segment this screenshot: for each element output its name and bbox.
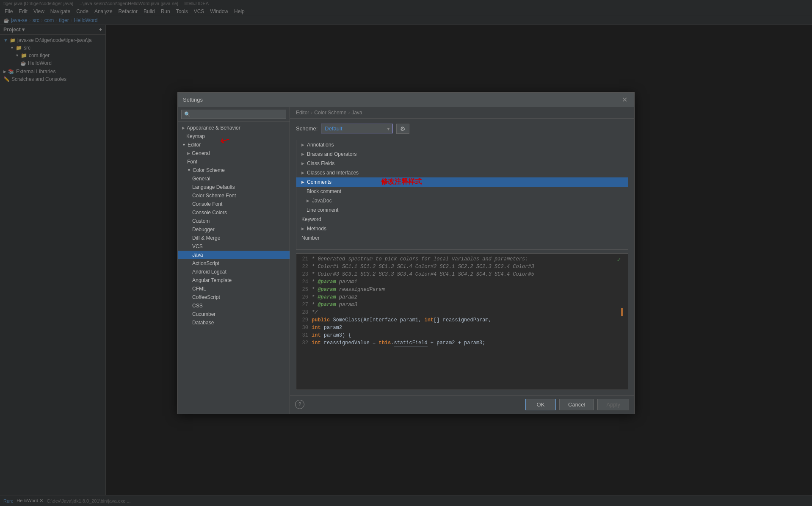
code-preview-panel: ✓ 21 * Generated spectrum to pick colors…: [296, 253, 628, 390]
code-line-24: 24 * @param param1: [296, 278, 628, 286]
ci-annotations[interactable]: ▶ Annotations: [296, 140, 628, 149]
ci-braces[interactable]: ▶ Braces and Operators: [296, 149, 628, 159]
settings-item-angular[interactable]: Angular Template: [178, 276, 290, 285]
javadoc-label: JavaDoc: [312, 198, 332, 204]
lc-25: * @param reassignedParam: [312, 286, 385, 293]
right-breadcrumb: Editor › Color Scheme › Java: [290, 107, 634, 119]
scheme-select[interactable]: Default Darcula High Contrast IntelliJ L…: [321, 124, 393, 133]
settings-item-debugger[interactable]: Debugger: [178, 225, 290, 234]
settings-search-input[interactable]: [181, 110, 286, 119]
classfields-label: Class Fields: [307, 160, 334, 166]
settings-item-colorscheme[interactable]: ▼ Color Scheme: [178, 166, 290, 174]
ok-button[interactable]: OK: [525, 399, 556, 410]
code-line-28: 28 */: [296, 309, 628, 316]
lc-23: * Color#3 SC3.1 SC3.2 SC3.3 SC3.4 Color#…: [312, 271, 534, 278]
ln-23: 23: [296, 271, 312, 278]
settings-search-container: [178, 107, 290, 122]
settings-item-android-logcat[interactable]: Android Logcat: [178, 268, 290, 276]
apply-button[interactable]: Apply: [597, 399, 629, 410]
modal-titlebar: Settings ✕: [178, 93, 634, 107]
code-line-23: 23 * Color#3 SC3.1 SC3.2 SC3.3 SC3.4 Col…: [296, 271, 628, 278]
scheme-row: Scheme: Default Darcula High Contrast In…: [296, 124, 628, 134]
cucumber-label: Cucumber: [192, 311, 215, 317]
settings-item-editor[interactable]: ▼ Editor ↙: [178, 141, 290, 149]
ci-keyword[interactable]: Keyword: [296, 215, 628, 224]
editor-label: Editor: [188, 142, 201, 148]
settings-item-console-font[interactable]: Console Font: [178, 200, 290, 208]
java-label: Java: [192, 252, 203, 258]
settings-item-cs-font[interactable]: Color Scheme Font: [178, 191, 290, 200]
settings-item-vcs[interactable]: VCS: [178, 242, 290, 251]
code-line-32: 32 int reassignedValue = this.staticFiel…: [296, 339, 628, 347]
scheme-select-wrapper: Default Darcula High Contrast IntelliJ L…: [321, 124, 393, 133]
cs-general-label: General: [192, 176, 210, 182]
settings-item-custom[interactable]: Custom: [178, 217, 290, 225]
ci-line-comment[interactable]: Line comment: [296, 205, 628, 215]
modal-footer: ? OK Cancel Apply: [290, 395, 634, 414]
bc-java: Java: [351, 110, 362, 116]
settings-item-lang-defaults[interactable]: Language Defaults: [178, 183, 290, 191]
lc-30: int param2: [312, 324, 342, 332]
settings-item-diff[interactable]: Diff & Merge: [178, 234, 290, 242]
methods-label: Methods: [307, 226, 326, 232]
settings-item-console-colors[interactable]: Console Colors: [178, 208, 290, 217]
braces-label: Braces and Operators: [307, 151, 356, 157]
help-button[interactable]: ?: [295, 400, 304, 409]
scheme-label: Scheme:: [296, 125, 318, 132]
console-font-label: Console Font: [192, 201, 222, 207]
scheme-gear-button[interactable]: ⚙: [396, 124, 409, 134]
modal-body: ▶ Appearance & Behavior Keymap ▼ Editor: [178, 107, 634, 414]
settings-item-font[interactable]: Font: [178, 158, 290, 166]
ln-22: 22: [296, 263, 312, 271]
settings-item-appearance[interactable]: ▶ Appearance & Behavior: [178, 124, 290, 132]
comments-arrow: ▶: [301, 180, 304, 184]
code-line-31: 31 int param3) {: [296, 332, 628, 339]
code-line-30: 30 int param2: [296, 324, 628, 332]
settings-item-java[interactable]: Java: [178, 251, 290, 259]
settings-item-coffeescript[interactable]: CoffeeScript: [178, 293, 290, 301]
ci-comments[interactable]: ▶ Comments 修改注释样式: [296, 177, 628, 187]
modal-overlay: Settings ✕ ▶ Appearance &: [0, 0, 812, 506]
settings-item-database[interactable]: Database: [178, 318, 290, 327]
settings-content: Scheme: Default Darcula High Contrast In…: [290, 119, 634, 395]
actionscript-label: ActionScript: [192, 260, 219, 266]
settings-item-actionscript[interactable]: ActionScript: [178, 259, 290, 268]
lc-24: * @param param1: [312, 278, 357, 286]
settings-item-cfml[interactable]: CFML: [178, 285, 290, 293]
settings-item-keymap[interactable]: Keymap: [178, 132, 290, 141]
lc-27: * @param param3: [312, 301, 357, 309]
line-comment-label: Line comment: [307, 207, 338, 213]
lc-32: int reassignedValue = this.staticField +…: [312, 339, 486, 347]
modal-title: Settings: [183, 97, 203, 103]
settings-item-general[interactable]: ▶ General: [178, 149, 290, 158]
ln-28: 28: [296, 309, 312, 316]
settings-tree: ▶ Appearance & Behavior Keymap ▼ Editor: [178, 122, 290, 414]
number-label: Number: [301, 235, 320, 241]
settings-item-cs-general[interactable]: General: [178, 174, 290, 183]
cancel-button[interactable]: Cancel: [559, 399, 594, 410]
ln-31: 31: [296, 332, 312, 339]
settings-item-cucumber[interactable]: Cucumber: [178, 310, 290, 318]
ci-block-comment[interactable]: Block comment: [296, 187, 628, 196]
lang-defaults-label: Language Defaults: [192, 184, 235, 190]
ci-number[interactable]: Number: [296, 233, 628, 243]
classfields-arrow: ▶: [301, 161, 304, 166]
ci-classes[interactable]: ▶ Classes and Interfaces: [296, 168, 628, 177]
settings-right-panel: Editor › Color Scheme › Java Scheme:: [290, 107, 634, 414]
database-label: Database: [192, 320, 214, 326]
general-label: General: [192, 150, 210, 156]
lc-31: int param3) {: [312, 332, 351, 339]
lc-22: * Color#1 SC1.1 SC1.2 SC1.3 SC1.4 Color#…: [312, 263, 534, 271]
modal-close-button[interactable]: ✕: [620, 96, 629, 104]
ci-javadoc[interactable]: ▶ JavaDoc: [296, 196, 628, 205]
keymap-label: Keymap: [186, 133, 205, 139]
ci-classfields[interactable]: ▶ Class Fields: [296, 159, 628, 168]
ci-methods[interactable]: ▶ Methods: [296, 224, 628, 233]
settings-item-css[interactable]: CSS: [178, 301, 290, 310]
console-colors-label: Console Colors: [192, 210, 227, 216]
ln-21: 21: [296, 255, 312, 263]
ln-29: 29: [296, 316, 312, 324]
css-label: CSS: [192, 303, 203, 309]
coffeescript-label: CoffeeScript: [192, 294, 220, 300]
annotations-label: Annotations: [307, 142, 334, 148]
